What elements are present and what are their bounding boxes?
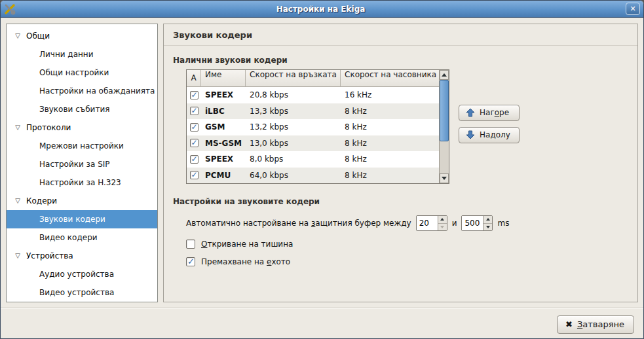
sidebar-item-general-settings[interactable]: Общи настройки: [7, 63, 157, 82]
page-title: Звукови кодери: [164, 24, 637, 46]
scrollbar-track[interactable]: [440, 80, 449, 173]
table-row[interactable]: GSM 13,2 kbps 8 kHz: [187, 119, 439, 135]
expander-icon[interactable]: ▽: [13, 192, 22, 210]
codec-enabled-checkbox[interactable]: [190, 155, 199, 164]
sidebar-item-audio-codecs[interactable]: Звукови кодери: [7, 210, 157, 228]
arrow-down-icon: [440, 226, 444, 228]
table-row[interactable]: SPEEX 20,8 kbps 16 kHz: [187, 87, 439, 103]
sidebar-item-video-codecs[interactable]: Видео кодери: [7, 228, 157, 247]
codec-enabled-checkbox[interactable]: [190, 107, 199, 115]
arrow-up-icon: [442, 73, 447, 77]
codec-settings-title: Настройки на звуковите кодери: [173, 197, 628, 206]
codec-table: A Име Скорост на връзката Скорост на час…: [186, 69, 449, 184]
silence-detection-label: Откриване на тишина: [201, 240, 293, 249]
spin-down-button[interactable]: [483, 224, 492, 231]
sidebar-item-sound-events[interactable]: Звукови събития: [7, 100, 157, 118]
column-header-clockrate[interactable]: Скорост на часовника: [341, 70, 439, 87]
move-up-button[interactable]: Нагоре: [459, 105, 520, 121]
jitter-max-input[interactable]: [462, 216, 483, 230]
scrollbar-thumb[interactable]: [440, 80, 449, 141]
up-arrow-icon: [466, 108, 475, 117]
table-row[interactable]: PCMU 64,0 kbps 8 kHz: [187, 168, 439, 184]
table-row[interactable]: SPEEX 8,0 kbps 8 kHz: [187, 151, 439, 168]
sidebar-group-codecs[interactable]: ▽ Кодери: [7, 192, 157, 210]
column-header-name[interactable]: Име: [201, 70, 246, 87]
sidebar-item-audio-devices[interactable]: Аудио устройства: [7, 265, 157, 283]
jitter-buffer-label: Автоматично настройване на защитния буфе…: [186, 219, 411, 228]
move-down-button[interactable]: Надолу: [459, 127, 520, 143]
audio-codecs-panel: Звукови кодери Налични звукови кодери A …: [163, 24, 638, 302]
spin-down-button[interactable]: [438, 224, 447, 231]
preferences-dialog: Настройки на Ekiga ✕ ▽ Общи Лични данни …: [0, 0, 644, 339]
arrow-down-icon: [442, 177, 447, 180]
jitter-min-input[interactable]: [417, 216, 438, 230]
column-header-active[interactable]: A: [187, 70, 201, 87]
expander-icon[interactable]: ▽: [13, 247, 22, 265]
window-close-button[interactable]: ✕: [626, 3, 640, 15]
table-row[interactable]: MS-GSM 13,0 kbps 8 kHz: [187, 135, 439, 152]
codec-enabled-checkbox[interactable]: [190, 91, 199, 99]
expander-icon[interactable]: ▽: [13, 118, 22, 137]
table-row[interactable]: iLBC 13,3 kbps 8 kHz: [187, 103, 439, 120]
available-codecs-title: Налични звукови кодери: [173, 56, 628, 65]
dialog-action-area: ✖ Затваряне: [1, 308, 643, 339]
codec-table-header: A Име Скорост на връзката Скорост на час…: [187, 70, 439, 87]
down-arrow-icon: [466, 130, 475, 139]
spin-up-button[interactable]: [483, 216, 492, 224]
sidebar-item-h323-settings[interactable]: Настройки за H.323: [7, 173, 157, 192]
sidebar-item-call-options[interactable]: Настройки на обажданията: [7, 82, 157, 100]
titlebar[interactable]: Настройки на Ekiga ✕: [1, 1, 643, 18]
jitter-unit-label: ms: [497, 219, 509, 228]
echo-cancellation-label: Премахване на ехото: [201, 257, 290, 266]
sidebar-group-devices[interactable]: ▽ Устройства: [7, 247, 157, 265]
preferences-tree: ▽ Общи Лични данни Общи настройки Настро…: [6, 24, 158, 302]
scroll-up-button[interactable]: [440, 70, 449, 80]
tools-icon: [4, 3, 16, 15]
echo-cancellation-checkbox[interactable]: [186, 257, 195, 266]
window-title: Настройки на Ekiga: [20, 5, 622, 14]
close-button[interactable]: ✖ Затваряне: [557, 315, 634, 334]
codec-enabled-checkbox[interactable]: [190, 139, 199, 147]
silence-detection-checkbox[interactable]: [186, 240, 195, 249]
spin-up-button[interactable]: [438, 216, 447, 224]
sidebar-item-network-settings[interactable]: Мрежови настройки: [7, 137, 157, 155]
expander-icon[interactable]: ▽: [13, 27, 22, 45]
sidebar-group-protocols[interactable]: ▽ Протоколи: [7, 118, 157, 137]
echo-cancellation-row[interactable]: Премахване на ехото: [186, 257, 628, 266]
jitter-max-spinbox: [461, 215, 493, 231]
jitter-conjunction-label: и: [452, 219, 457, 228]
sidebar-item-video-devices[interactable]: Видео устройства: [7, 283, 157, 302]
arrow-up-icon: [486, 218, 490, 221]
silence-detection-row[interactable]: Откриване на тишина: [186, 240, 628, 249]
sidebar-group-general[interactable]: ▽ Общи: [7, 27, 157, 45]
sidebar-item-personal-data[interactable]: Лични данни: [7, 45, 157, 63]
column-header-bitrate[interactable]: Скорост на връзката: [246, 70, 341, 87]
codec-enabled-checkbox[interactable]: [190, 123, 199, 132]
codec-enabled-checkbox[interactable]: [190, 171, 199, 179]
table-scrollbar[interactable]: [439, 70, 449, 183]
scroll-down-button[interactable]: [440, 173, 449, 183]
arrow-up-icon: [440, 218, 444, 221]
jitter-min-spinbox: [416, 215, 447, 231]
arrow-down-icon: [486, 226, 490, 228]
close-x-icon: ✖: [565, 319, 573, 329]
sidebar-item-sip-settings[interactable]: Настройки за SIP: [7, 155, 157, 173]
